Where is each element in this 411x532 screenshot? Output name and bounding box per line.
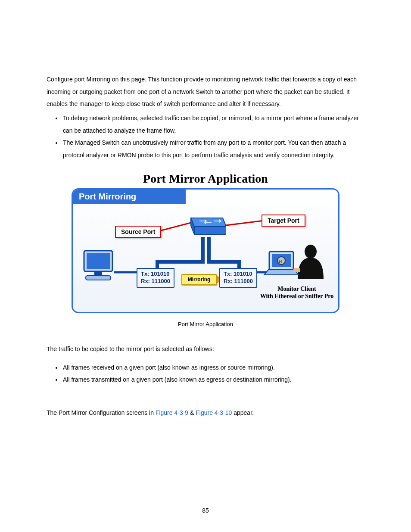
monitor-client-icon: e [263,240,332,288]
diagram-title: Port Mirror Application [143,172,268,186]
traffic-copy-paragraph: The traffic to be copied to the mirror p… [47,343,364,355]
tx-rx-target: Tx: 101010 Rx: 111000 [219,268,257,288]
list-item: All frames received on a given port (als… [62,361,364,374]
text: & [188,409,196,416]
svg-rect-11 [86,276,111,280]
list-item: All frames transmitted on a given port (… [62,373,364,386]
figure-link-4-3-10[interactable]: Figure 4-3-10 [196,409,232,416]
monitor-line2: With Ethereal or Sniffer Pro [254,292,339,300]
page-number: 85 [0,507,411,514]
tx-value: Tx: 101010 [224,271,253,278]
svg-rect-18 [293,268,300,272]
svg-marker-7 [194,227,226,234]
tx-value: Tx: 101010 [141,271,170,278]
switch-icon [187,213,226,239]
monitor-line1: Monitor Client [254,285,339,293]
text: appear. [232,409,254,416]
config-screens-sentence: The Port Mirror Configuration screens in… [47,407,364,419]
text: The Port Mirror Configuration screens in [47,409,156,416]
list-item: The Managed Switch can unobtrusively mir… [62,137,364,161]
source-port-label: Source Port [115,226,161,238]
mirroring-label: Mirroring [181,274,217,285]
svg-rect-9 [87,253,110,269]
svg-rect-10 [94,271,102,276]
intro-paragraph: Configure port Mirroring on this page. T… [47,73,364,110]
svg-text:e: e [279,257,282,264]
svg-point-12 [305,245,317,258]
port-mirror-diagram: Port Mirroring [72,188,339,313]
rx-value: Rx: 111000 [141,278,170,285]
bullet-list-2: All frames received on a given port (als… [47,361,364,386]
list-item: To debug network problems, selected traf… [62,112,364,137]
rx-value: Rx: 111000 [224,278,253,285]
desktop-icon [81,249,118,286]
tx-rx-source: Tx: 101010 Rx: 111000 [137,268,174,288]
diagram-caption: Port Mirror Application [178,321,233,327]
monitor-client-text: Monitor Client With Ethereal or Sniffer … [254,285,339,300]
target-port-label: Target Port [262,215,305,227]
figure-link-4-3-9[interactable]: Figure 4-3-9 [156,409,188,416]
bullet-list-1: To debug network problems, selected traf… [47,112,364,162]
